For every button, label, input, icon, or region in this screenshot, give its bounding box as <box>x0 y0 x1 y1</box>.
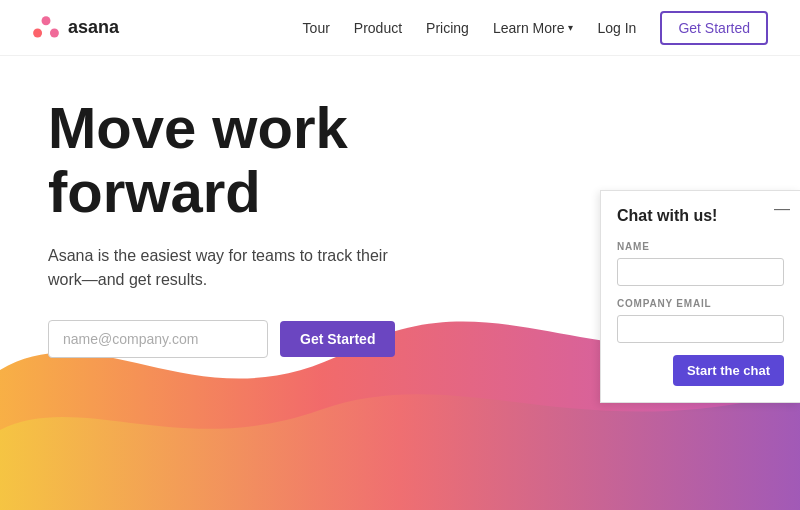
nav-tour[interactable]: Tour <box>303 20 330 36</box>
start-chat-button[interactable]: Start the chat <box>673 355 784 386</box>
nav-product[interactable]: Product <box>354 20 402 36</box>
svg-point-0 <box>42 16 51 25</box>
nav-get-started-button[interactable]: Get Started <box>660 11 768 45</box>
chat-widget: — Chat with us! NAME COMPANY EMAIL Start… <box>600 190 800 403</box>
chevron-down-icon: ▾ <box>568 22 573 33</box>
email-input[interactable] <box>48 320 268 358</box>
logo-text: asana <box>68 17 119 38</box>
chat-email-input[interactable] <box>617 315 784 343</box>
navigation: asana Tour Product Pricing Learn More ▾ … <box>0 0 800 56</box>
svg-point-2 <box>50 28 59 37</box>
nav-learn-more[interactable]: Learn More ▾ <box>493 20 574 36</box>
name-label: NAME <box>617 241 784 252</box>
nav-links: Tour Product Pricing Learn More ▾ Log In… <box>303 11 768 45</box>
email-label: COMPANY EMAIL <box>617 298 784 309</box>
minimize-button[interactable]: — <box>774 201 790 217</box>
logo[interactable]: asana <box>32 16 119 40</box>
nav-login[interactable]: Log In <box>597 20 636 36</box>
asana-logo-icon <box>32 16 60 40</box>
chat-name-input[interactable] <box>617 258 784 286</box>
hero-subtitle: Asana is the easiest way for teams to tr… <box>48 244 388 292</box>
nav-pricing[interactable]: Pricing <box>426 20 469 36</box>
svg-point-1 <box>33 28 42 37</box>
hero-get-started-button[interactable]: Get Started <box>280 321 395 357</box>
chat-title: Chat with us! <box>617 207 784 225</box>
